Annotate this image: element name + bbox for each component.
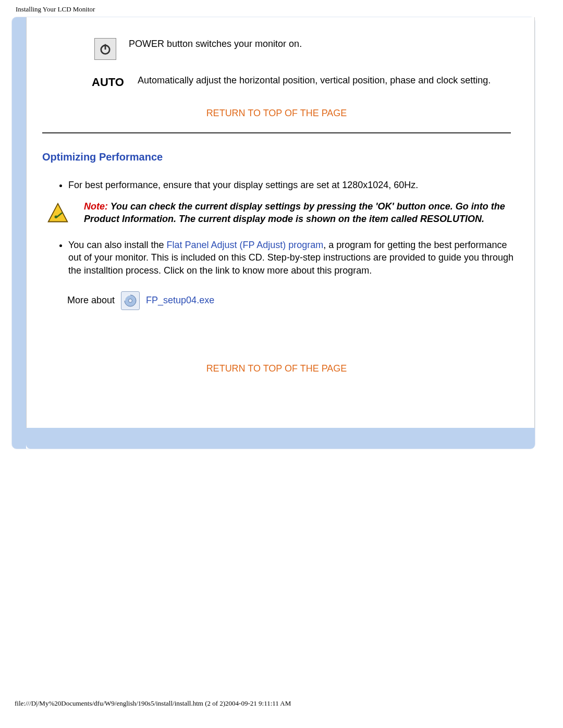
warning-icon (46, 202, 69, 225)
note-block: Note: You can check the current display … (46, 201, 511, 225)
note-text: Note: You can check the current display … (84, 201, 511, 225)
svg-marker-2 (48, 204, 68, 222)
list-item: You can also install the Flat Panel Adju… (68, 239, 516, 277)
bullet2-lead: You can also install the (68, 240, 166, 250)
list-item: For best performance, ensure that your d… (68, 179, 516, 191)
page-header: Installing Your LCD Monitor (0, 0, 563, 17)
footer-path: file:///D|/My%20Documents/dfu/W9/english… (15, 699, 563, 708)
power-description: POWER button switches your monitor on. (129, 38, 302, 50)
return-top-link-1[interactable]: RETURN TO TOP OF THE PAGE (37, 108, 516, 119)
auto-row: AUTO Automatically adjust the horizontal… (37, 75, 516, 89)
fp-exe-link[interactable]: FP_setup04.exe (146, 295, 214, 306)
separator (42, 132, 511, 133)
section-heading: Optimizing Performance (42, 151, 516, 163)
content-frame: POWER button switches your monitor on. A… (11, 17, 535, 449)
power-row: POWER button switches your monitor on. (37, 38, 516, 60)
bottom-strip (26, 428, 535, 449)
note-label: Note: (84, 201, 108, 212)
more-about-label: More about (67, 295, 115, 306)
cd-icon (121, 291, 140, 310)
auto-label: AUTO (92, 75, 125, 89)
bullet-list-2: You can also install the Flat Panel Adju… (37, 239, 516, 277)
auto-description: Automatically adjust the horizontal posi… (138, 75, 491, 87)
note-body: You can check the current display settin… (84, 201, 505, 224)
fp-adjust-link[interactable]: Flat Panel Adjust (FP Adjust) program (166, 240, 323, 250)
inner-page: POWER button switches your monitor on. A… (26, 17, 535, 429)
power-icon (94, 38, 116, 60)
svg-point-5 (129, 299, 132, 302)
bullet-list-1: For best performance, ensure that your d… (37, 179, 516, 191)
return-top-link-2[interactable]: RETURN TO TOP OF THE PAGE (37, 363, 516, 374)
more-about-row: More about FP_setup04.exe (67, 291, 516, 310)
